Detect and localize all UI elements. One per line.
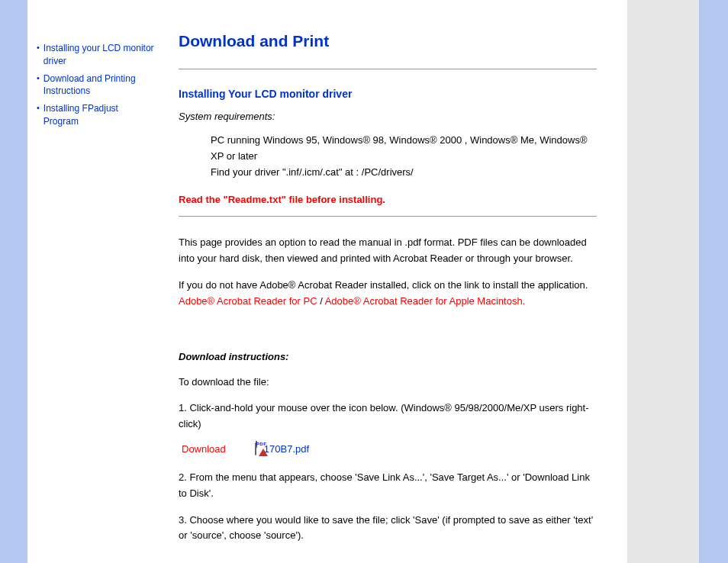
spacer [179,555,597,563]
right-gutter [620,0,728,563]
link-separator: / [317,295,325,307]
sidebar-link-install-driver[interactable]: Installing your LCD monitor driver [43,42,156,68]
intro-paragraph-1: This page provides an option to read the… [179,235,597,267]
heading-install-driver: Installing Your LCD monitor driver [179,88,597,100]
left-gutter [0,0,27,563]
intro-paragraph-2: If you do not have Adobe® Acrobat Reader… [179,278,597,310]
system-requirements-block: PC running Windows 95, Windows® 98, Wind… [179,133,597,180]
right-gutter-grey [627,0,699,563]
req-line: Find your driver ".inf/.icm/.cat" at : /… [211,165,597,181]
page-title: Download and Print [179,32,597,50]
download-instructions-heading: Download instructions: [179,351,597,362]
download-label: Download [182,443,226,455]
acrobat-mac-link[interactable]: Adobe® Acrobat Reader for Apple Macintos… [325,295,526,307]
sidebar-item: Installing your LCD monitor driver [37,42,156,68]
pdf-icon [255,442,256,455]
readme-warning: Read the "Readme.txt" file before instal… [179,194,597,205]
pdf-icon-link[interactable] [255,443,256,455]
page-container: Installing your LCD monitor driver Downl… [0,0,728,563]
system-requirements-label: System requirements: [179,111,597,122]
intro-p2-text: If you do not have Adobe® Acrobat Reader… [179,279,588,291]
download-row: Download 170B7.pdf [182,443,597,455]
sidebar-link-download-print[interactable]: Download and Printing Instructions [43,72,156,98]
download-step-3: 3. Choose where you would like to save t… [179,513,597,545]
sidebar-item: Installing FPadjust Program [37,102,156,128]
pdf-cell: 170B7.pdf [255,443,309,455]
sidebar-link-fpadjust[interactable]: Installing FPadjust Program [43,102,156,128]
sidebar: Installing your LCD monitor driver Downl… [27,0,165,563]
sidebar-list: Installing your LCD monitor driver Downl… [37,42,156,128]
sidebar-item: Download and Printing Instructions [37,72,156,98]
main-content: Download and Print Installing Your LCD m… [165,0,620,563]
pdf-filename-link[interactable]: 170B7.pdf [264,443,309,455]
download-intro: To download the file: [179,375,597,391]
spacer [179,320,597,351]
divider [179,216,597,217]
right-gutter-blue [699,0,728,563]
divider [179,69,597,69]
download-step-2: 2. From the menu that appears, choose 'S… [179,470,597,502]
download-step-1: 1. Click-and-hold your mouse over the ic… [179,401,597,433]
acrobat-pc-link[interactable]: Adobe® Acrobat Reader for PC [179,295,317,307]
req-line: PC running Windows 95, Windows® 98, Wind… [211,133,597,165]
